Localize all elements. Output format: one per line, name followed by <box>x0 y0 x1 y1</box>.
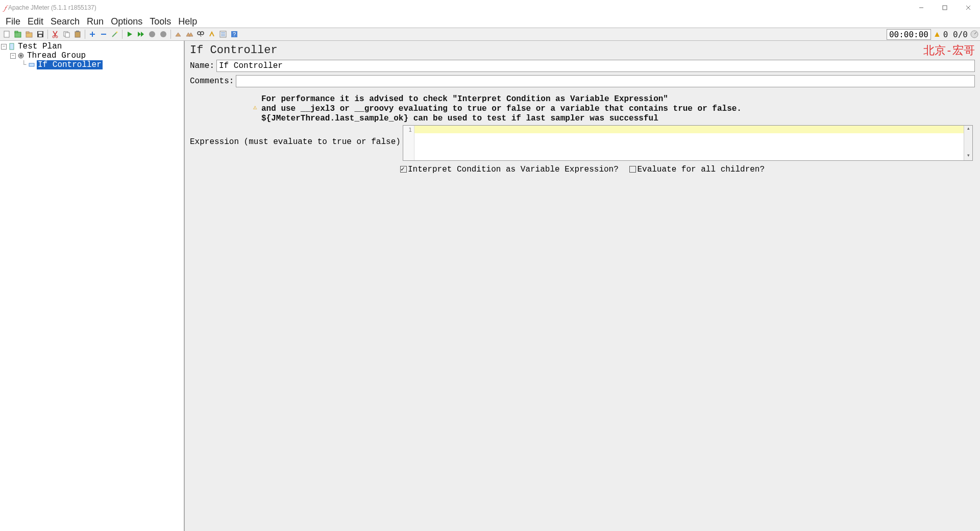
tree-testplan[interactable]: Test Plan <box>17 42 63 51</box>
svg-line-32 <box>200 35 201 37</box>
expression-editor[interactable]: 1 ▴▾ <box>403 125 973 161</box>
start-icon[interactable] <box>125 29 135 39</box>
panel-heading: If Controller <box>190 44 975 57</box>
title-bar: 𝑓 Apache JMeter (5.1.1 r1855137) <box>0 0 980 15</box>
paste-icon[interactable] <box>72 29 83 39</box>
timer-display: 00:00:00 <box>887 29 931 40</box>
svg-rect-41 <box>10 43 14 50</box>
warning-icon: ⚠ <box>253 104 257 112</box>
testplan-icon <box>8 42 16 51</box>
comments-label: Comments: <box>190 77 234 86</box>
line-gutter: 1 <box>403 126 414 160</box>
svg-rect-19 <box>76 31 79 32</box>
svg-rect-1 <box>943 6 947 10</box>
advice-text: ⚠ For performance it is advised to check… <box>190 94 975 124</box>
minimize-button[interactable] <box>910 0 933 15</box>
menu-file[interactable]: File <box>2 16 24 27</box>
plus-icon[interactable] <box>87 29 97 39</box>
svg-line-23 <box>112 32 117 37</box>
copy-icon[interactable] <box>61 29 71 39</box>
tree-panel: − Test Plan − Thread Group └ If Controll… <box>0 41 185 531</box>
stop-icon[interactable] <box>147 29 157 39</box>
svg-rect-11 <box>39 35 42 37</box>
watermark-text: 北京-宏哥 <box>923 43 975 58</box>
reset-search-icon[interactable] <box>207 29 217 39</box>
tree-ifcontroller[interactable]: If Controller <box>37 60 103 69</box>
checkbox-icon[interactable] <box>400 166 407 173</box>
main-panel: 北京-宏哥 If Controller Name: Comments: ⚠ Fo… <box>185 41 980 531</box>
svg-point-43 <box>20 55 22 57</box>
function-icon[interactable] <box>218 29 228 39</box>
cut-icon[interactable] <box>50 29 60 39</box>
check-evaluate-children[interactable]: Evaluate for all children? <box>629 165 765 174</box>
svg-rect-17 <box>65 33 69 37</box>
comments-input[interactable] <box>236 75 975 87</box>
svg-point-28 <box>149 31 155 37</box>
menu-bar: File Edit Search Run Options Tools Help <box>0 15 980 28</box>
clear-all-icon[interactable] <box>184 29 194 39</box>
start-no-pause-icon[interactable] <box>136 29 146 39</box>
collapse-icon[interactable]: − <box>10 53 16 59</box>
collapse-icon[interactable]: − <box>1 44 7 50</box>
checkbox-icon[interactable] <box>629 166 636 173</box>
close-button[interactable] <box>957 0 980 15</box>
controller-icon <box>28 61 36 69</box>
maximize-button[interactable] <box>933 0 957 15</box>
minus-icon[interactable] <box>99 29 109 39</box>
svg-point-15 <box>56 36 58 38</box>
shutdown-icon[interactable] <box>158 29 168 39</box>
svg-marker-27 <box>141 32 144 37</box>
svg-point-14 <box>53 36 55 38</box>
search-icon[interactable] <box>195 29 206 39</box>
svg-rect-6 <box>15 31 18 33</box>
menu-run[interactable]: Run <box>83 16 107 27</box>
warning-icon: ▲ <box>933 30 941 39</box>
scrollbar[interactable]: ▴▾ <box>964 126 972 160</box>
check-interpret[interactable]: Interpret Condition as Variable Expressi… <box>400 165 619 174</box>
name-label: Name: <box>190 61 214 70</box>
svg-marker-26 <box>138 32 141 37</box>
svg-rect-18 <box>75 32 80 37</box>
svg-marker-25 <box>128 32 132 37</box>
svg-text:?: ? <box>233 31 236 37</box>
open-icon[interactable] <box>24 29 34 39</box>
svg-point-29 <box>160 31 166 37</box>
clear-icon[interactable] <box>173 29 183 39</box>
app-icon: 𝑓 <box>4 4 6 12</box>
svg-rect-4 <box>4 31 9 37</box>
save-icon[interactable] <box>35 29 45 39</box>
tree-threadgroup[interactable]: Thread Group <box>26 51 87 60</box>
svg-point-30 <box>198 32 201 35</box>
menu-tools[interactable]: Tools <box>146 16 175 27</box>
svg-point-24 <box>116 32 118 33</box>
menu-edit[interactable]: Edit <box>24 16 47 27</box>
svg-rect-8 <box>26 32 29 33</box>
menu-search[interactable]: Search <box>47 16 83 27</box>
svg-rect-44 <box>29 63 34 66</box>
svg-rect-10 <box>38 32 42 34</box>
menu-options[interactable]: Options <box>107 16 146 27</box>
wand-icon[interactable] <box>110 29 120 39</box>
menu-help[interactable]: Help <box>175 16 201 27</box>
threadgroup-icon <box>17 52 25 60</box>
window-title: Apache JMeter (5.1.1 r1855137) <box>8 4 96 11</box>
templates-icon[interactable] <box>13 29 23 39</box>
toolbar: ? 00:00:00 ▲ 0 0/0 <box>0 28 980 41</box>
name-input[interactable] <box>216 60 975 72</box>
thread-counter: 0 0/0 <box>943 30 968 39</box>
expression-label: Expression (must evaluate to true or fal… <box>190 125 401 147</box>
help-icon[interactable]: ? <box>229 29 239 39</box>
new-icon[interactable] <box>2 29 12 39</box>
svg-point-31 <box>201 32 204 35</box>
gauge-icon <box>970 30 979 39</box>
